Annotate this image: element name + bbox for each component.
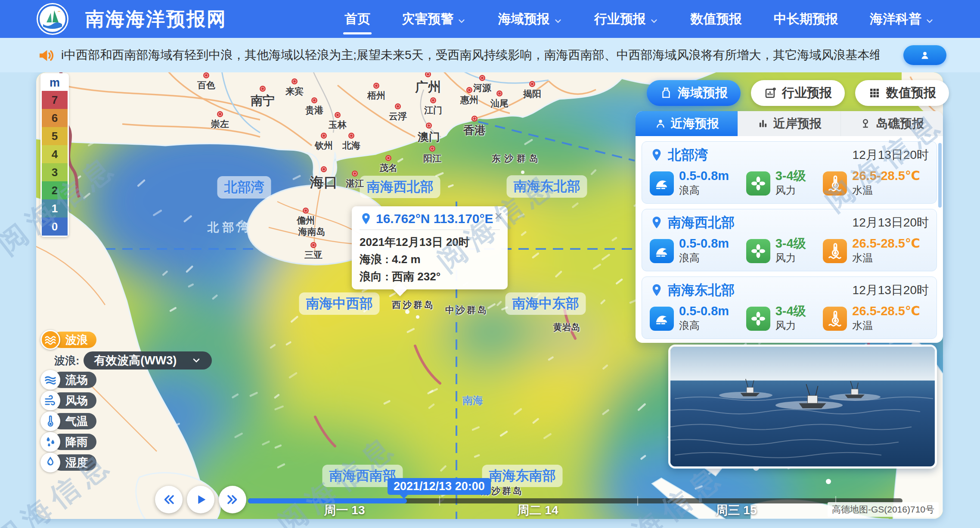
wave-variable-dropdown[interactable]: 有效波高(WW3) [84, 351, 212, 370]
map-place-label: 香港 [463, 116, 486, 138]
nav-item-3[interactable]: 行业预报 [594, 0, 659, 38]
wave-icon [40, 330, 60, 350]
top-nav-bar: 南海海洋预报网 首页灾害预警海域预报行业预报数值预报中长期预报海洋科普 [0, 0, 980, 38]
forecast-category-buttons: 海域预报行业预报数值预报 [647, 80, 949, 106]
layer-button-wind[interactable]: 风场 [40, 391, 96, 410]
map-place-label: 玉林 [329, 112, 347, 131]
sea-region-label: 南海东南部 [482, 465, 563, 487]
close-icon[interactable]: × [494, 209, 502, 223]
map-place-label: 阳江 [423, 146, 441, 165]
nav-item-0[interactable]: 首页 [344, 0, 370, 38]
city-marker-icon [310, 242, 316, 248]
humidity-icon [40, 453, 60, 472]
forecast-tab[interactable]: 近岸预报 [738, 111, 840, 136]
nav-item-5[interactable]: 中长期预报 [774, 0, 838, 38]
city-marker-icon [311, 97, 317, 103]
card-region-name: 南海东北部 [668, 281, 735, 299]
location-pin-icon [650, 216, 664, 230]
forecast-tab[interactable]: 岛礁预报 [840, 111, 943, 136]
location-pin-icon [650, 148, 664, 162]
nav-item-6[interactable]: 海洋科普 [870, 0, 934, 38]
nav-item-4[interactable]: 数值预报 [690, 0, 742, 38]
temp-icon [40, 411, 60, 431]
temp-tile-icon [823, 239, 847, 263]
nav-item-1[interactable]: 灾害预警 [402, 0, 466, 38]
nav-item-label: 灾害预警 [402, 10, 453, 28]
fan-tile-icon [746, 307, 770, 331]
nav-item-2[interactable]: 海域预报 [498, 0, 563, 38]
step-back-button[interactable] [155, 486, 183, 513]
legend-level: 4 [42, 145, 68, 163]
layer-button-rain[interactable]: 降雨 [40, 432, 96, 452]
layer-button-temp[interactable]: 气温 [40, 411, 96, 431]
nav-item-label: 海洋科普 [870, 10, 921, 28]
step-forward-button[interactable] [219, 486, 246, 513]
city-marker-icon [348, 133, 354, 139]
chevron-down-icon [925, 14, 934, 24]
play-button[interactable] [187, 486, 214, 513]
city-marker-icon [529, 81, 535, 87]
announcement-text: i中西部和西南部海域有轻到中浪，其他海域以轻浪为主;展望未来5天，受西南风持续影… [61, 38, 879, 72]
map-place-label: 海南岛 [298, 226, 326, 238]
city-marker-icon [430, 97, 436, 103]
forecast-metric: 3-4级 风力 [746, 169, 806, 197]
map-place-label: 云浮 [389, 103, 407, 122]
layer-button-wave[interactable]: 波浪 [40, 330, 96, 350]
site-logo[interactable] [36, 3, 69, 35]
forecast-metric: 3-4级 风力 [746, 237, 806, 265]
forecast-metric: 26.5-28.5℃ 水温 [823, 237, 920, 265]
forecast-card[interactable]: 南海西北部 12月13日20时 0.5-0.8m 浪高 3-4级 风力 26.5… [642, 209, 937, 271]
wind-icon [40, 391, 60, 410]
forecast-tab[interactable]: 近海预报 [636, 111, 738, 136]
map-place-label: 北部湾 [208, 220, 253, 235]
nav-item-label: 海域预报 [498, 10, 550, 28]
dropdown-value: 有效波高(WW3) [94, 353, 177, 368]
category-button[interactable]: 数值预报 [855, 80, 949, 106]
map-place-label: 南宁 [251, 86, 275, 109]
category-button[interactable]: 行业预报 [751, 80, 845, 106]
map-place-label: 中沙群岛 [445, 304, 488, 316]
legend-level: 1 [42, 199, 68, 217]
metric-value: 0.5-0.8m [679, 169, 729, 182]
city-marker-icon [335, 112, 341, 118]
metric-label: 水温 [852, 183, 920, 197]
city-marker-icon [321, 133, 327, 139]
legend-unit: m [42, 75, 68, 91]
layer-button-humidity[interactable]: 湿度 [40, 453, 96, 472]
rain-icon [40, 432, 60, 452]
location-pin-icon [360, 212, 372, 225]
map-place-label: 江门 [424, 97, 442, 116]
map-popup: × 16.762°N 113.170°E 2021年12月13日 20时 海浪 … [352, 206, 508, 289]
map-place-label: 崇左 [211, 111, 229, 130]
card-datetime: 12月13日20时 [853, 282, 929, 298]
map-place-label: 三亚 [304, 242, 323, 261]
sea-region-label: 北部湾 [217, 176, 271, 199]
play-icon [193, 492, 208, 507]
forecast-metric: 0.5-0.8m 浪高 [650, 304, 729, 332]
speaker-icon [38, 47, 54, 64]
timeline-day-label: 周二 14 [518, 502, 558, 519]
user-button[interactable] [903, 45, 946, 65]
panel-scrollbar[interactable] [938, 143, 942, 208]
current-icon [40, 370, 60, 390]
card-datetime: 12月13日20时 [853, 214, 929, 231]
layer-button-current[interactable]: 流场 [40, 370, 96, 390]
nav-item-label: 中长期预报 [774, 10, 838, 28]
fan-tile-icon [746, 239, 770, 263]
city-marker-icon [303, 208, 309, 214]
map-place-label: 北海 [342, 133, 360, 152]
map-place-label: 钦州 [315, 133, 333, 152]
category-button[interactable]: 海域预报 [647, 80, 741, 106]
category-button-label: 数值预报 [886, 84, 936, 102]
map-place-label: 广州 [415, 72, 441, 96]
city-marker-icon [466, 87, 472, 93]
temp-tile-icon [823, 171, 847, 196]
ocean-video-thumbnail[interactable] [668, 345, 937, 469]
forecast-metric: 0.5-0.8m 浪高 [650, 169, 729, 197]
site-title: 南海海洋预报网 [85, 0, 227, 38]
chevron-down-icon [553, 14, 563, 24]
forecast-card[interactable]: 北部湾 12月13日20时 0.5-0.8m 浪高 3-4级 风力 26.5-2… [642, 141, 937, 204]
forecast-card[interactable]: 南海东北部 12月13日20时 0.5-0.8m 浪高 3-4级 风力 26.5… [642, 276, 937, 339]
timeline-tooltip: 2021/12/13 20:00 [388, 478, 491, 495]
popup-datetime: 2021年12月13日 20时 [360, 233, 500, 251]
